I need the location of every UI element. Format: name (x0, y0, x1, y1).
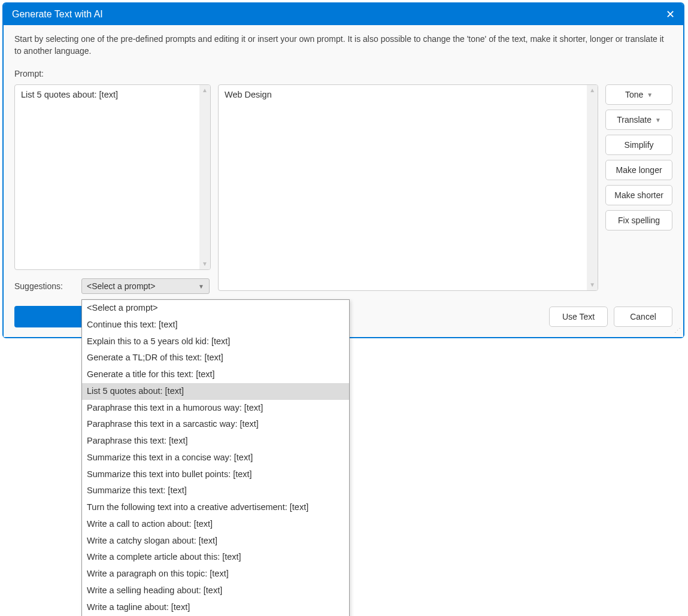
result-textarea[interactable] (219, 85, 587, 290)
suggestions-row: Suggestions: <Select a prompt> ▼ (14, 278, 211, 294)
scroll-down-icon: ▼ (202, 261, 208, 267)
prompt-label: Prompt: (14, 69, 672, 78)
dialog-title: Generate Text with AI (12, 9, 103, 20)
suggestions-label: Suggestions: (14, 281, 74, 291)
chevron-down-icon: ▼ (198, 283, 204, 290)
titlebar: Generate Text with AI ✕ (4, 4, 683, 25)
translate-button[interactable]: Translate ▼ (605, 110, 672, 130)
dropdown-item[interactable]: Explain this to a 5 years old kid: [text… (82, 333, 349, 341)
editor-row: ▲ ▼ Suggestions: <Select a prompt> ▼ ▲ ▼ (14, 84, 672, 294)
dropdown-item[interactable]: Continue this text: [text] (82, 317, 349, 333)
chevron-down-icon: ▼ (655, 117, 661, 123)
dropdown-item[interactable]: <Select a prompt> (82, 300, 349, 317)
suggestions-combo[interactable]: <Select a prompt> ▼ (81, 278, 210, 294)
scroll-down-icon: ▼ (589, 282, 595, 288)
simplify-button-label: Simplify (625, 140, 654, 150)
simplify-button[interactable]: Simplify (605, 135, 672, 155)
fix-spelling-button-label: Fix spelling (618, 216, 660, 225)
suggestions-combo-value: <Select a prompt> (87, 281, 155, 291)
tone-button-label: Tone (625, 90, 643, 99)
make-longer-button-label: Make longer (616, 165, 662, 175)
scroll-up-icon: ▲ (589, 87, 595, 93)
side-buttons: Tone ▼ Translate ▼ Simplify Make longer … (605, 84, 672, 294)
make-longer-button[interactable]: Make longer (605, 160, 672, 180)
generate-text-dialog: Generate Text with AI ✕ Start by selecti… (2, 2, 684, 338)
prompt-scrollbar[interactable]: ▲ ▼ (199, 85, 210, 269)
chevron-down-icon: ▼ (647, 92, 653, 98)
translate-button-label: Translate (617, 115, 651, 125)
result-scrollbar[interactable]: ▲ ▼ (587, 85, 598, 290)
resize-grip-icon[interactable]: ⋰ (674, 327, 680, 335)
cancel-button-label: Cancel (630, 312, 656, 321)
make-shorter-button-label: Make shorter (614, 190, 663, 200)
prompt-textarea-wrap: ▲ ▼ (14, 84, 211, 270)
fix-spelling-button[interactable]: Fix spelling (605, 210, 672, 230)
use-text-button-label: Use Text (562, 312, 595, 321)
result-textarea-wrap: ▲ ▼ (218, 84, 598, 291)
intro-text: Start by selecting one of the pre-define… (14, 34, 672, 57)
tone-button[interactable]: Tone ▼ (605, 84, 672, 105)
scroll-up-icon: ▲ (202, 87, 208, 93)
close-icon[interactable]: ✕ (666, 9, 675, 20)
cancel-button[interactable]: Cancel (614, 307, 672, 327)
dialog-body: Start by selecting one of the pre-define… (4, 25, 683, 337)
use-text-button[interactable]: Use Text (549, 307, 608, 327)
suggestions-dropdown: <Select a prompt>Continue this text: [te… (81, 299, 350, 341)
make-shorter-button[interactable]: Make shorter (605, 185, 672, 205)
prompt-textarea[interactable] (15, 85, 199, 269)
